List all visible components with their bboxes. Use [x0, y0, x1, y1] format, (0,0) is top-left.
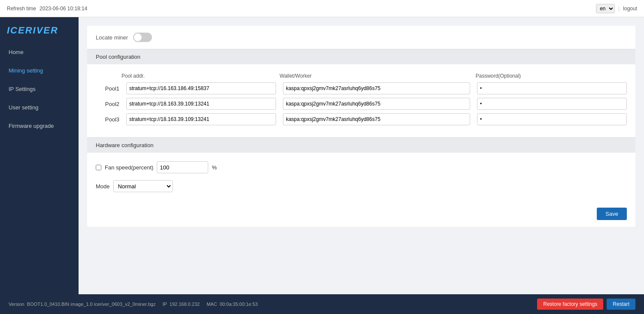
logo: ICERIVER: [7, 25, 72, 36]
fan-speed-input[interactable]: [157, 161, 208, 173]
pool-row-2: Pool2: [96, 98, 627, 110]
locate-miner-label: Locate miner: [96, 34, 128, 41]
refresh-label: Refresh time: [7, 6, 36, 12]
sidebar: ICERIVER Home Mining setting IP Settings…: [0, 17, 79, 294]
pool3-wallet-wrapper: [283, 113, 470, 125]
save-area: Save: [87, 201, 635, 227]
pool3-addr-wrapper: [126, 113, 276, 125]
pool1-wallet-input[interactable]: [283, 82, 470, 94]
col-password-label: Password(Optional): [476, 73, 627, 79]
mode-label: Mode: [96, 183, 110, 190]
main-card: Locate miner Pool configuration Pool add…: [87, 26, 635, 227]
pool1-password-input[interactable]: [477, 82, 627, 94]
pool3-password-wrapper: [477, 113, 627, 125]
logo-area: ICERIVER: [0, 17, 79, 43]
version-label: Version BOOT1.0_0410.BIN image_1.0 iceri…: [9, 302, 155, 307]
version-value: BOOT1.0_0410.BIN image_1.0 iceriver_0603…: [27, 302, 156, 307]
pool-config-body: Pool addr. Wallet/Worker Password(Option…: [87, 64, 635, 137]
pool1-label: Pool1: [96, 85, 119, 92]
pool3-wallet-input[interactable]: [283, 113, 470, 125]
separator: |: [618, 6, 620, 12]
pool3-password-input[interactable]: [477, 113, 627, 125]
pool2-wallet-input[interactable]: [283, 98, 470, 110]
main-layout: ICERIVER Home Mining setting IP Settings…: [0, 17, 644, 294]
mode-select[interactable]: Normal Low power High performance: [113, 180, 173, 192]
pool1-addr-wrapper: [126, 82, 276, 94]
app-wrapper: Refresh time 2023-06-06 10:18:14 en zh |…: [0, 0, 644, 314]
pool2-password-wrapper: [477, 98, 627, 110]
language-select[interactable]: en zh: [596, 4, 615, 13]
sidebar-item-ip-settings[interactable]: IP Settings: [0, 80, 79, 98]
top-bar: Refresh time 2023-06-06 10:18:14 en zh |…: [0, 0, 644, 17]
save-button[interactable]: Save: [597, 208, 627, 220]
pool1-wallet-wrapper: [283, 82, 470, 94]
sidebar-item-mining-setting[interactable]: Mining setting: [0, 61, 79, 80]
fan-unit: %: [212, 164, 217, 171]
fan-speed-label: Fan speed(percent): [105, 164, 153, 171]
pool1-addr-input[interactable]: [126, 82, 276, 94]
top-bar-left: Refresh time 2023-06-06 10:18:14: [7, 6, 87, 12]
fan-row: Fan speed(percent) %: [96, 161, 627, 173]
pool-row-3: Pool3: [96, 113, 627, 125]
footer-info: Version BOOT1.0_0410.BIN image_1.0 iceri…: [9, 302, 258, 307]
footer-actions: Restore factory settings Restart: [537, 299, 635, 310]
ip-value: 192.168.0.232: [170, 302, 200, 307]
pool-table-header: Pool addr. Wallet/Worker Password(Option…: [96, 73, 627, 79]
pool-config-header: Pool configuration: [87, 49, 635, 64]
pool2-wallet-wrapper: [283, 98, 470, 110]
hardware-config-header: Hardware configuration: [87, 137, 635, 153]
locate-miner-section: Locate miner: [87, 26, 635, 49]
fan-speed-checkbox[interactable]: [96, 165, 101, 170]
mode-row: Mode Normal Low power High performance: [96, 180, 627, 192]
hardware-config-body: Fan speed(percent) % Mode Normal Low pow…: [87, 153, 635, 201]
mac-value: 00:0a:35:00:1e:53: [220, 302, 258, 307]
pool-row-1: Pool1: [96, 82, 627, 94]
mac-info: MAC 00:0a:35:00:1e:53: [207, 302, 258, 307]
pool2-label: Pool2: [96, 101, 119, 107]
footer: Version BOOT1.0_0410.BIN image_1.0 iceri…: [0, 294, 644, 314]
pool2-addr-wrapper: [126, 98, 276, 110]
sidebar-item-user-setting[interactable]: User setting: [0, 98, 79, 117]
sidebar-item-home[interactable]: Home: [0, 43, 79, 61]
col-wallet-label: Wallet/Worker: [279, 73, 468, 79]
content-area: Locate miner Pool configuration Pool add…: [79, 17, 644, 294]
pool3-label: Pool3: [96, 116, 119, 123]
refresh-time: 2023-06-06 10:18:14: [39, 6, 87, 12]
col-addr-label: Pool addr.: [122, 73, 273, 79]
pool1-password-wrapper: [477, 82, 627, 94]
restart-button[interactable]: Restart: [607, 299, 635, 310]
top-bar-right: en zh | logout: [596, 4, 637, 13]
sidebar-item-firmware-upgrade[interactable]: Firmware upgrade: [0, 117, 79, 135]
pool2-password-input[interactable]: [477, 98, 627, 110]
pool2-addr-input[interactable]: [126, 98, 276, 110]
ip-info: IP 192.168.0.232: [162, 302, 200, 307]
pool3-addr-input[interactable]: [126, 113, 276, 125]
locate-miner-toggle[interactable]: [133, 33, 152, 42]
logout-link[interactable]: logout: [623, 6, 637, 12]
restore-factory-button[interactable]: Restore factory settings: [537, 299, 603, 310]
